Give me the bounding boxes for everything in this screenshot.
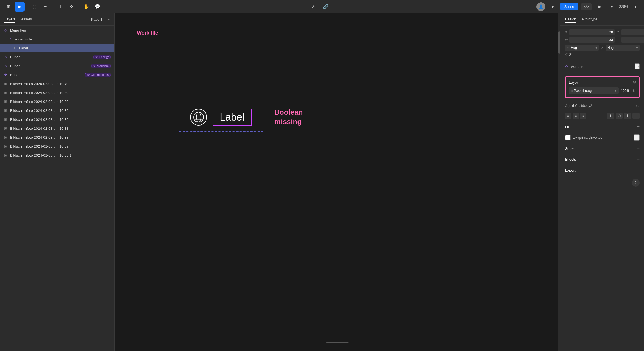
pen-tool-button[interactable]: ✒ — [40, 2, 51, 12]
canvas-frame[interactable]: Label — [179, 103, 263, 132]
hand-tool-button[interactable]: ✋ — [81, 2, 91, 12]
fill-title: Fill — [565, 125, 631, 129]
page-dropdown-icon[interactable]: ▾ — [108, 18, 110, 21]
layer-item-zone-circle[interactable]: ◇ zone-circle — [0, 35, 114, 44]
link-button[interactable]: 🔗 — [321, 2, 331, 12]
layer-label: Bildschirmfoto 2024-02-08 um 10.40 — [10, 82, 111, 86]
layer-item-button-maritime[interactable]: ◇ Button ⟳ Maritime — [0, 61, 114, 70]
transform-button[interactable]: ⤢ — [308, 2, 318, 12]
canvas-scrollbar-thumb[interactable] — [558, 31, 560, 54]
export-title: Export — [565, 168, 637, 172]
frame-tool-button[interactable]: ⬚ — [29, 2, 39, 12]
comment-tool-button[interactable]: 💬 — [92, 2, 102, 12]
shape-icon: ◇ — [8, 37, 12, 41]
fill-options-icon[interactable]: ··· — [631, 125, 635, 128]
tab-layers[interactable]: Layers — [4, 16, 15, 23]
x-label: X — [565, 30, 568, 34]
image-icon: ▣ — [3, 144, 8, 148]
valign-top-button[interactable]: ⬆ — [607, 113, 614, 119]
play-dropdown-button[interactable]: ▾ — [607, 2, 617, 12]
tab-prototype[interactable]: Prototype — [582, 16, 597, 23]
select-tool-button[interactable]: ▶ — [15, 2, 25, 12]
y-input[interactable] — [621, 29, 644, 35]
layer-item-button-commodities[interactable]: ❖ Button ⟳ Commodities — [0, 70, 114, 79]
hug-y-select[interactable]: Hug ▾ — [606, 45, 640, 51]
label-box[interactable]: Label — [213, 109, 252, 126]
align-right-button[interactable]: ≡ — [580, 113, 586, 119]
layer-item-img4[interactable]: ▣ Bildschirmfoto 2024-02-08 um 10.39 — [0, 106, 114, 115]
help-button[interactable]: ? — [632, 179, 640, 187]
play-button[interactable]: ▶ — [595, 2, 605, 12]
layer-blend-icons: ⊙ — [633, 80, 636, 84]
opacity-field: 100% — [621, 89, 629, 93]
tab-assets[interactable]: Assets — [21, 16, 32, 23]
grid-tool-button[interactable]: ⊞ — [3, 2, 13, 12]
h-input[interactable] — [621, 37, 644, 43]
layer-label: Bildschirmfoto 2024-02-08 um 10.37 — [10, 144, 111, 148]
layer-item-button-energy[interactable]: ◇ Button ⟳ Energy — [0, 52, 114, 61]
fill-item: text/primaryInverted — — [560, 132, 644, 143]
valign-middle-button[interactable]: ⬡ — [616, 113, 623, 119]
valign-bottom-button[interactable]: ⬇ — [624, 113, 631, 119]
main-content: Layers Assets Page 1 ▾ ◇ Menu Item ◇ zon… — [0, 13, 644, 351]
separator-3 — [79, 3, 79, 10]
layer-blend-box: ⊙ Layer ○ Pass through ▾ 100% 👁 — [565, 76, 640, 98]
layer-settings-icon[interactable]: ⊙ — [633, 80, 636, 84]
blend-mode-chevron-icon: ▾ — [615, 89, 616, 93]
toolbar-center: ⤢ 🔗 — [105, 2, 534, 12]
zoom-level[interactable]: 325% — [619, 4, 628, 9]
text-tool-button[interactable]: T — [55, 2, 65, 12]
layer-item-img8[interactable]: ▣ Bildschirmfoto 2024-02-08 um 10.37 — [0, 142, 114, 151]
canvas[interactable]: Work file Label Booleanmissing — [115, 13, 560, 351]
text-more-button[interactable]: ··· — [632, 113, 640, 119]
avatar[interactable]: 👤 — [536, 2, 545, 11]
effects-add-button[interactable]: + — [637, 157, 640, 162]
layer-label: Bildschirmfoto 2024-02-08 um 10.38 — [10, 135, 111, 140]
canvas-bottom-scrollbar[interactable] — [326, 342, 349, 343]
layer-item-img3[interactable]: ▣ Bildschirmfoto 2024-02-08 um 10.39 — [0, 97, 114, 106]
share-button[interactable]: Share — [560, 3, 579, 10]
export-add-button[interactable]: + — [637, 168, 640, 173]
x-input[interactable] — [569, 29, 615, 35]
effects-title: Effects — [565, 157, 637, 162]
components-tool-button[interactable]: ❖ — [66, 2, 77, 12]
blend-mode-label: Pass through — [574, 89, 594, 93]
blend-mode-select[interactable]: ○ Pass through ▾ — [569, 87, 619, 94]
w-input[interactable] — [569, 37, 615, 43]
component-more-button[interactable]: ··· — [635, 63, 640, 69]
layer-item-img7[interactable]: ▣ Bildschirmfoto 2024-02-08 um 10.38 — [0, 133, 114, 142]
image-icon: ▣ — [3, 81, 8, 86]
tab-design[interactable]: Design — [565, 16, 576, 23]
hug-x-select[interactable]: ↔ Hug ▾ — [565, 45, 599, 51]
stroke-add-button[interactable]: + — [637, 146, 640, 151]
fill-section-header: Fill ··· + — [560, 121, 644, 132]
layer-item-img6[interactable]: ▣ Bildschirmfoto 2024-02-08 um 10.38 — [0, 124, 114, 133]
layer-item-label[interactable]: T Label — [0, 44, 114, 52]
angle-icon: ↺ — [565, 52, 568, 56]
image-icon: ▣ — [3, 99, 8, 104]
layer-item-img2[interactable]: ▣ Bildschirmfoto 2024-02-08 um 10.40 — [0, 88, 114, 97]
text-style-edit-icon[interactable]: ⊙ — [636, 104, 640, 108]
toolbar-right: 👤 ▾ Share </> ▶ ▾ 325% ▾ — [536, 2, 641, 12]
layer-item-img1[interactable]: ▣ Bildschirmfoto 2024-02-08 um 10.40 — [0, 79, 114, 88]
image-icon: ▣ — [3, 135, 8, 140]
layer-item-img5[interactable]: ▣ Bildschirmfoto 2024-02-08 um 10.39 — [0, 115, 114, 124]
layer-item-menu-item[interactable]: ◇ Menu Item — [0, 26, 114, 35]
code-button[interactable]: </> — [581, 3, 592, 10]
separator-2 — [53, 3, 53, 10]
export-section: Export + — [560, 165, 644, 176]
fill-remove-button[interactable]: — — [634, 134, 640, 141]
align-center-button[interactable]: ≡ — [573, 113, 579, 119]
fill-color-swatch[interactable] — [565, 135, 571, 140]
avatar-dropdown-button[interactable]: ▾ — [548, 2, 558, 12]
page-selector[interactable]: Page 1 — [91, 17, 102, 21]
component-icon-multi: ❖ — [3, 73, 8, 77]
image-icon: ▣ — [3, 126, 8, 131]
layer-item-img9[interactable]: ▣ Bildschirmfoto 2024-02-08 um 10.35 1 — [0, 151, 114, 160]
hug-row: ↔ Hug ▾ ✕ Hug ▾ — [565, 45, 640, 51]
fill-add-button[interactable]: + — [637, 124, 640, 129]
zoom-dropdown-button[interactable]: ▾ — [631, 2, 641, 12]
visibility-toggle-icon[interactable]: 👁 — [632, 88, 636, 93]
align-left-button[interactable]: ≡ — [565, 113, 571, 119]
canvas-scrollbar-track — [558, 13, 560, 351]
